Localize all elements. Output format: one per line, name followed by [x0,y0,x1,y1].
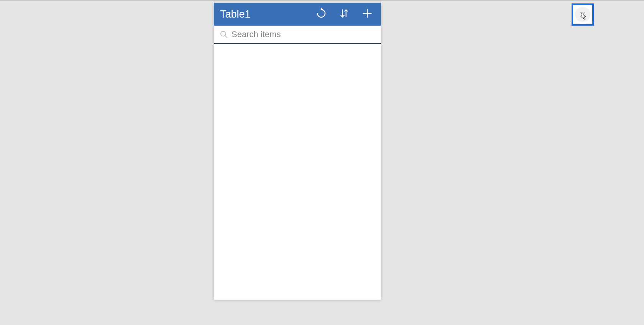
search-icon [219,29,229,40]
items-list [214,44,381,300]
search-input[interactable] [232,29,376,39]
refresh-button[interactable] [315,8,327,20]
add-button[interactable] [361,8,373,20]
close-preview-button[interactable] [572,3,594,26]
svg-line-5 [225,36,227,38]
close-icon [575,7,590,22]
refresh-icon [315,8,327,21]
search-bar [214,26,381,44]
header-actions [315,8,376,20]
plus-icon [362,8,373,20]
app-header: Table1 [214,3,381,26]
sort-button[interactable] [338,8,350,20]
sort-icon [339,8,350,20]
app-preview-frame: Table1 [214,3,381,300]
app-title: Table1 [220,8,315,20]
